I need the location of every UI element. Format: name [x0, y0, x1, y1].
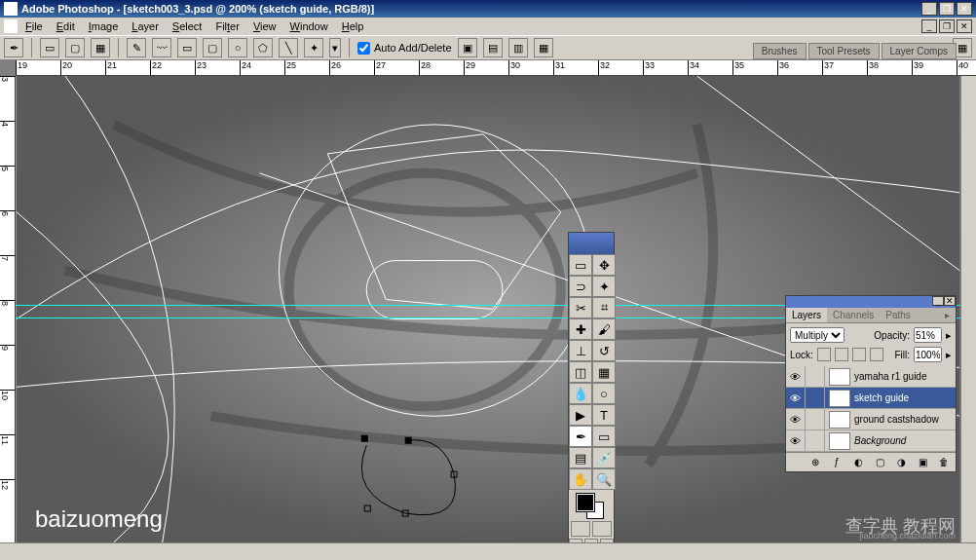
layer-row[interactable]: 👁ground castshadow	[786, 409, 956, 430]
path-op-add-icon[interactable]: ▣	[458, 38, 477, 57]
link-layers-icon[interactable]: ⊕	[807, 456, 823, 469]
polygon-icon[interactable]: ⬠	[253, 38, 273, 57]
custom-shape-icon[interactable]: ✦	[304, 38, 323, 57]
tab-paths[interactable]: Paths	[880, 308, 917, 322]
menu-layer[interactable]: Layer	[126, 19, 165, 34]
standard-mode-icon[interactable]	[571, 521, 590, 537]
layer-thumbnail[interactable]	[829, 390, 850, 407]
hand-tool-icon[interactable]: ✋	[569, 468, 592, 490]
layer-thumbnail[interactable]	[829, 411, 850, 429]
menu-view[interactable]: View	[247, 19, 282, 34]
menu-select[interactable]: Select	[167, 19, 208, 34]
eyedropper-tool-icon[interactable]: 💉	[592, 447, 616, 468]
layers-panel[interactable]: _ ✕ Layers Channels Paths ▸ Multiply Opa…	[785, 295, 957, 472]
pen-icon[interactable]: ✎	[127, 38, 146, 57]
layer-style-icon[interactable]: ƒ	[829, 456, 845, 469]
notes-tool-icon[interactable]: ▤	[569, 447, 592, 468]
path-op-subtract-icon[interactable]: ▤	[483, 38, 503, 57]
lasso-tool-icon[interactable]: ⊃	[569, 276, 592, 297]
crop-tool-icon[interactable]: ✂	[569, 297, 592, 318]
tab-channels[interactable]: Channels	[827, 308, 880, 322]
pen-tool-icon[interactable]: ✒	[569, 426, 592, 447]
new-layer-icon[interactable]: ▣	[915, 456, 930, 469]
visibility-icon[interactable]: 👁	[786, 388, 806, 409]
delete-layer-icon[interactable]: 🗑	[936, 456, 952, 469]
layer-row[interactable]: 👁Background	[786, 430, 956, 452]
move-tool-icon[interactable]: ✥	[592, 254, 616, 276]
menu-file[interactable]: FFileile	[19, 19, 49, 34]
menu-help[interactable]: Help	[336, 19, 370, 34]
gradient-tool-icon[interactable]: ▦	[592, 361, 616, 383]
path-select-tool-icon[interactable]: ▶	[569, 404, 592, 426]
ruler-vertical[interactable]: 3456789101112	[0, 76, 16, 542]
visibility-icon[interactable]: 👁	[786, 366, 806, 388]
auto-add-delete-input[interactable]	[357, 42, 370, 55]
healing-tool-icon[interactable]: ✚	[569, 318, 592, 340]
shape-layers-icon[interactable]: ▭	[40, 38, 59, 57]
rect-icon[interactable]: ▭	[177, 38, 197, 57]
shape-options-dropdown-icon[interactable]: ▾	[329, 38, 341, 57]
blend-mode-select[interactable]: Multiply	[790, 327, 845, 343]
tab-brushes[interactable]: Brushes	[753, 43, 807, 59]
color-swatches[interactable]	[577, 494, 606, 519]
scrollbar-vertical[interactable]	[960, 76, 976, 542]
pen-tool-preset-icon[interactable]: ✒	[4, 38, 23, 57]
toolbox[interactable]: ▭ ✥ ⊃ ✦ ✂ ⌗ ✚ 🖌 ⊥ ↺ ◫ ▦ 💧 ○ ▶ T ✒ ▭ ▤ 💉 …	[568, 232, 615, 560]
marquee-tool-icon[interactable]: ▭	[569, 254, 592, 276]
layer-thumbnail[interactable]	[829, 368, 850, 386]
menu-image[interactable]: Image	[83, 19, 125, 34]
dodge-tool-icon[interactable]: ○	[592, 383, 616, 404]
eraser-tool-icon[interactable]: ◫	[569, 361, 592, 383]
wand-tool-icon[interactable]: ✦	[592, 276, 616, 297]
tab-tool-presets[interactable]: Tool Presets	[808, 43, 880, 59]
slice-tool-icon[interactable]: ⌗	[592, 297, 616, 318]
lock-position-icon[interactable]	[852, 348, 866, 361]
restore-button[interactable]: ❐	[939, 2, 955, 16]
menu-filter[interactable]: Filter	[209, 19, 244, 34]
paths-icon[interactable]: ▢	[65, 38, 85, 57]
menu-window[interactable]: Window	[284, 19, 334, 34]
doc-restore-button[interactable]: ❐	[939, 19, 955, 33]
rounded-rect-icon[interactable]: ▢	[203, 38, 222, 57]
fill-pixels-icon[interactable]: ▦	[91, 38, 110, 57]
doc-minimize-button[interactable]: _	[921, 19, 937, 33]
link-cell[interactable]	[806, 430, 825, 452]
fill-arrow-icon[interactable]: ▸	[946, 349, 952, 361]
ruler-horizontal[interactable]: 1920212223242526272829303132333435363738…	[16, 60, 976, 76]
brush-tool-icon[interactable]: 🖌	[592, 318, 616, 340]
panel-menu-icon[interactable]: ▸	[939, 308, 956, 322]
toolbox-header[interactable]	[569, 233, 614, 254]
path-op-exclude-icon[interactable]: ▦	[534, 38, 553, 57]
visibility-icon[interactable]: 👁	[786, 430, 806, 452]
path-op-intersect-icon[interactable]: ▥	[508, 38, 528, 57]
panel-minimize-icon[interactable]: _	[932, 296, 944, 306]
freeform-pen-icon[interactable]: 〰	[152, 38, 171, 57]
shape-tool-icon[interactable]: ▭	[592, 426, 616, 447]
link-cell[interactable]	[806, 409, 825, 430]
layer-thumbnail[interactable]	[829, 432, 850, 450]
adjustment-layer-icon[interactable]: ◑	[893, 456, 909, 469]
tab-layer-comps[interactable]: Layer Comps	[882, 43, 957, 59]
menu-edit[interactable]: Edit	[51, 19, 81, 34]
link-cell[interactable]	[806, 366, 825, 388]
close-button[interactable]: ✕	[957, 2, 972, 16]
layer-row[interactable]: 👁yamaha r1 guide	[786, 366, 956, 388]
history-brush-icon[interactable]: ↺	[592, 340, 616, 361]
opacity-arrow-icon[interactable]: ▸	[946, 329, 952, 342]
layer-mask-icon[interactable]: ◐	[850, 456, 866, 469]
fill-input[interactable]	[914, 347, 942, 362]
lock-all-icon[interactable]	[870, 348, 883, 361]
line-icon[interactable]: ╲	[279, 38, 298, 57]
visibility-icon[interactable]: 👁	[786, 409, 806, 430]
type-tool-icon[interactable]: T	[592, 404, 616, 426]
link-cell[interactable]	[806, 388, 825, 409]
doc-close-button[interactable]: ✕	[957, 19, 972, 33]
ellipse-icon[interactable]: ○	[228, 38, 247, 57]
lock-transparency-icon[interactable]	[817, 348, 831, 361]
foreground-color-swatch[interactable]	[577, 494, 594, 511]
layer-row[interactable]: 👁sketch guide	[786, 388, 956, 409]
tab-layers[interactable]: Layers	[786, 308, 827, 322]
blur-tool-icon[interactable]: 💧	[569, 383, 592, 404]
opacity-input[interactable]	[914, 327, 942, 343]
zoom-tool-icon[interactable]: 🔍	[592, 468, 616, 490]
